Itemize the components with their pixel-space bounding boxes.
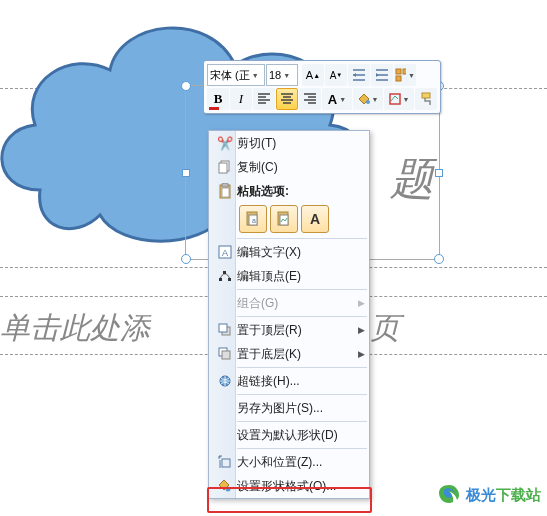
shrink-font-button[interactable]: A▼ bbox=[325, 64, 347, 86]
menu-edit-points[interactable]: 编辑顶点(E) bbox=[209, 264, 369, 288]
chevron-down-icon: ▼ bbox=[339, 96, 346, 103]
menu-edit-text[interactable]: A 编辑文字(X) bbox=[209, 240, 369, 264]
subtitle-placeholder-tail[interactable]: 页 bbox=[370, 308, 400, 349]
menu-label: 复制(C) bbox=[237, 159, 351, 176]
paste-keep-text-only[interactable]: A bbox=[301, 205, 329, 233]
menu-label: 设置形状格式(O)... bbox=[237, 478, 351, 495]
mini-toolbar: 宋体 (正▼ 18▼ A▲ A▼ ▼ B I A▼ ▼ ▼ bbox=[203, 60, 441, 114]
align-right-button[interactable] bbox=[299, 88, 321, 110]
watermark: 极光下载站 bbox=[436, 482, 541, 508]
svg-rect-0 bbox=[396, 69, 401, 74]
edit-text-icon: A bbox=[213, 242, 237, 262]
font-size-combo[interactable]: 18▼ bbox=[266, 64, 298, 86]
edit-points-icon bbox=[213, 266, 237, 286]
grow-font-button[interactable]: A▲ bbox=[302, 64, 324, 86]
svg-rect-19 bbox=[228, 278, 231, 281]
increase-indent-button[interactable] bbox=[371, 64, 393, 86]
menu-label: 置于顶层(R) bbox=[237, 322, 351, 339]
menu-label: 设置为默认形状(D) bbox=[237, 427, 351, 444]
format-shape-icon bbox=[213, 476, 237, 496]
italic-button[interactable]: I bbox=[230, 88, 252, 110]
font-size-value: 18 bbox=[269, 69, 281, 81]
menu-label: 编辑文字(X) bbox=[237, 244, 351, 261]
menu-separator bbox=[237, 448, 367, 449]
chevron-down-icon: ▼ bbox=[372, 96, 379, 103]
hyperlink-icon bbox=[213, 371, 237, 391]
menu-format-shape[interactable]: 设置形状格式(O)... bbox=[209, 474, 369, 498]
chevron-down-icon: ▼ bbox=[403, 96, 410, 103]
svg-rect-9 bbox=[222, 183, 228, 187]
svg-rect-22 bbox=[219, 324, 227, 332]
menu-separator bbox=[237, 289, 367, 290]
paste-use-destination-theme[interactable]: a bbox=[239, 205, 267, 233]
menu-copy[interactable]: 复制(C) bbox=[209, 155, 369, 179]
menu-paste-options-label: 粘贴选项: bbox=[209, 179, 369, 203]
menu-label: 超链接(H)... bbox=[237, 373, 351, 390]
paste-options-row: a A bbox=[209, 203, 369, 237]
menu-label: 组合(G) bbox=[237, 295, 351, 312]
watermark-logo-icon bbox=[436, 482, 462, 508]
menu-label: 另存为图片(S)... bbox=[237, 400, 351, 417]
menu-label: 剪切(T) bbox=[237, 135, 351, 152]
svg-text:a: a bbox=[252, 217, 256, 224]
watermark-text: 极光下载站 bbox=[466, 486, 541, 505]
align-center-button[interactable] bbox=[276, 88, 298, 110]
chevron-down-icon: ▼ bbox=[252, 72, 259, 79]
menu-label: 编辑顶点(E) bbox=[237, 268, 351, 285]
font-name-combo[interactable]: 宋体 (正▼ bbox=[207, 64, 265, 86]
clipboard-icon bbox=[213, 181, 237, 201]
svg-rect-10 bbox=[222, 188, 229, 197]
resize-handle[interactable] bbox=[434, 254, 444, 264]
title-placeholder-text[interactable]: 题 bbox=[390, 150, 434, 209]
menu-set-default-shape[interactable]: 设置为默认形状(D) bbox=[209, 423, 369, 447]
svg-rect-1 bbox=[403, 69, 406, 74]
menu-save-as-picture[interactable]: 另存为图片(S)... bbox=[209, 396, 369, 420]
chevron-down-icon: ▼ bbox=[283, 72, 290, 79]
menu-size-position[interactable]: 大小和位置(Z)... bbox=[209, 450, 369, 474]
menu-separator bbox=[237, 316, 367, 317]
menu-label: 粘贴选项: bbox=[237, 183, 351, 200]
align-left-button[interactable] bbox=[253, 88, 275, 110]
menu-separator bbox=[237, 421, 367, 422]
submenu-arrow-icon: ▶ bbox=[358, 349, 365, 359]
quick-styles-button[interactable]: ▼ bbox=[394, 64, 416, 86]
scissors-icon: ✂️ bbox=[213, 133, 237, 153]
svg-rect-2 bbox=[396, 76, 401, 81]
svg-rect-24 bbox=[222, 351, 230, 359]
svg-rect-7 bbox=[219, 163, 227, 173]
menu-separator bbox=[237, 238, 367, 239]
shape-outline-button[interactable]: ▼ bbox=[384, 88, 414, 110]
shape-fill-button[interactable]: ▼ bbox=[353, 88, 383, 110]
font-name-value: 宋体 (正 bbox=[210, 68, 250, 83]
submenu-arrow-icon: ▶ bbox=[358, 325, 365, 335]
font-color-button[interactable]: A▼ bbox=[322, 88, 352, 110]
menu-bring-front[interactable]: 置于顶层(R) ▶ bbox=[209, 318, 369, 342]
svg-text:A: A bbox=[222, 248, 228, 258]
paste-picture[interactable] bbox=[270, 205, 298, 233]
save-icon bbox=[213, 398, 237, 418]
menu-label: 置于底层(K) bbox=[237, 346, 351, 363]
svg-point-27 bbox=[226, 487, 231, 492]
chevron-down-icon: ▼ bbox=[408, 72, 415, 79]
resize-handle[interactable] bbox=[435, 169, 443, 177]
bring-front-icon bbox=[213, 320, 237, 340]
group-icon bbox=[213, 293, 237, 313]
svg-rect-20 bbox=[223, 271, 226, 274]
menu-send-back[interactable]: 置于底层(K) ▶ bbox=[209, 342, 369, 366]
context-menu: ✂️ 剪切(T) 复制(C) 粘贴选项: a A A 编辑文字(X) 编辑顶点(… bbox=[208, 130, 370, 499]
format-painter-button[interactable] bbox=[415, 88, 437, 110]
resize-handle[interactable] bbox=[181, 254, 191, 264]
menu-hyperlink[interactable]: 超链接(H)... bbox=[209, 369, 369, 393]
svg-rect-26 bbox=[222, 459, 230, 467]
menu-label: 大小和位置(Z)... bbox=[237, 454, 351, 471]
menu-group: 组合(G) ▶ bbox=[209, 291, 369, 315]
submenu-arrow-icon: ▶ bbox=[358, 298, 365, 308]
menu-cut[interactable]: ✂️ 剪切(T) bbox=[209, 131, 369, 155]
blank-icon bbox=[213, 425, 237, 445]
svg-rect-5 bbox=[422, 93, 430, 98]
send-back-icon bbox=[213, 344, 237, 364]
subtitle-placeholder-text[interactable]: 单击此处添 bbox=[0, 308, 150, 349]
decrease-indent-button[interactable] bbox=[348, 64, 370, 86]
menu-separator bbox=[237, 394, 367, 395]
size-position-icon bbox=[213, 452, 237, 472]
